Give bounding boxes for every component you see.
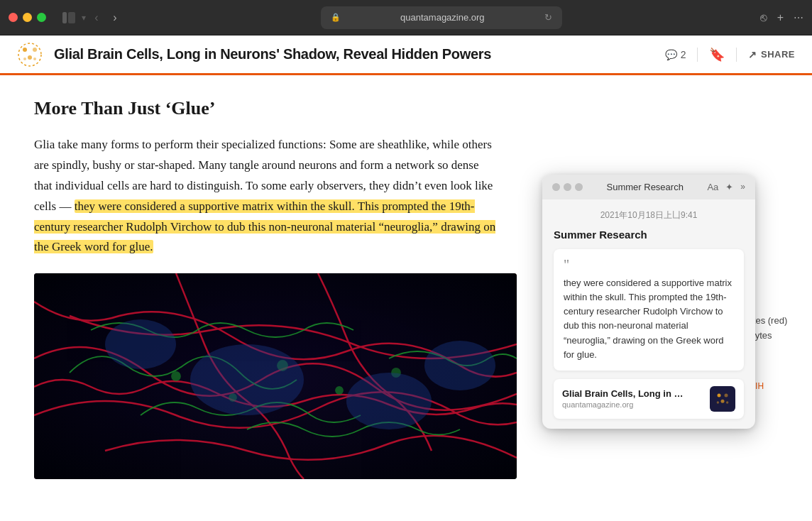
svg-point-17 bbox=[424, 341, 495, 390]
article-image bbox=[34, 273, 517, 479]
svg-point-5 bbox=[28, 55, 32, 60]
article-title: Glial Brain Cells, Long in Neurons' Shad… bbox=[54, 46, 665, 62]
close-button[interactable] bbox=[9, 13, 18, 22]
site-header: Glial Brain Cells, Long in Neurons' Shad… bbox=[0, 35, 812, 75]
svg-point-15 bbox=[346, 373, 432, 429]
svg-point-19 bbox=[725, 393, 728, 397]
address-bar-container: 🔒 quantamagazine.org ↻ bbox=[130, 6, 753, 29]
quote-text: they were considered a supportive matrix… bbox=[564, 276, 734, 362]
share-icon[interactable]: ⎋ bbox=[760, 11, 767, 24]
svg-point-2 bbox=[18, 43, 41, 66]
browser-actions: ⎋ + ⋯ bbox=[760, 11, 803, 24]
svg-point-9 bbox=[172, 372, 180, 380]
maximize-button[interactable] bbox=[37, 13, 46, 22]
font-size-button[interactable]: Aa bbox=[707, 182, 718, 192]
svg-rect-1 bbox=[68, 12, 75, 23]
svg-point-21 bbox=[717, 401, 719, 403]
browser-controls: ▾ ‹ › bbox=[59, 10, 123, 26]
divider bbox=[697, 48, 698, 62]
sidebar-toggle-icon[interactable] bbox=[59, 10, 79, 26]
notes-note-title: Summer Research bbox=[554, 229, 744, 241]
address-bar[interactable]: 🔒 quantamagazine.org ↻ bbox=[321, 6, 562, 29]
section-heading: More Than Just ‘Glue’ bbox=[34, 98, 498, 119]
new-tab-icon[interactable]: + bbox=[777, 11, 784, 24]
share-arrow-icon: ↗ bbox=[748, 49, 757, 60]
svg-point-6 bbox=[23, 57, 26, 60]
bookmark-button[interactable]: 🔖 bbox=[709, 47, 725, 62]
notes-toolbar: Aa ✦ » bbox=[707, 182, 745, 192]
notes-source-card[interactable]: Glial Brain Cells, Long in … quantamagaz… bbox=[554, 379, 744, 419]
minimize-button[interactable] bbox=[23, 13, 32, 22]
grid-icon[interactable]: ⋯ bbox=[794, 12, 803, 23]
svg-point-16 bbox=[105, 319, 176, 369]
source-title: Glial Brain Cells, Long in … bbox=[562, 388, 703, 399]
source-info: Glial Brain Cells, Long in … quantamagaz… bbox=[562, 388, 703, 409]
url-text: quantamagazine.org bbox=[345, 12, 540, 23]
notes-maximize-button[interactable] bbox=[575, 183, 583, 191]
browser-chrome: ▾ ‹ › 🔒 quantamagazine.org ↻ ⎋ + ⋯ bbox=[0, 0, 812, 35]
comment-button[interactable]: 💬 2 bbox=[665, 49, 686, 60]
refresh-icon[interactable]: ↻ bbox=[544, 12, 552, 23]
svg-point-20 bbox=[721, 400, 725, 403]
svg-point-22 bbox=[726, 401, 728, 403]
comment-count: 2 bbox=[681, 49, 686, 60]
notes-traffic-lights bbox=[552, 183, 583, 191]
source-logo bbox=[710, 386, 735, 412]
content-wrapper: More Than Just ‘Glue’ Glia take many for… bbox=[0, 75, 812, 521]
expand-icon[interactable]: » bbox=[740, 182, 745, 192]
site-logo[interactable] bbox=[17, 42, 43, 67]
svg-point-3 bbox=[23, 48, 27, 52]
svg-point-14 bbox=[190, 344, 304, 415]
notes-close-button[interactable] bbox=[552, 183, 560, 191]
source-url: quantamagazine.org bbox=[562, 400, 703, 409]
notes-quote-card: " they were considered a supportive matr… bbox=[554, 249, 744, 371]
svg-point-4 bbox=[33, 48, 37, 52]
article-content: More Than Just ‘Glue’ Glia take many for… bbox=[0, 75, 532, 521]
format-icon[interactable]: ✦ bbox=[725, 182, 733, 192]
back-button[interactable]: ‹ bbox=[89, 10, 104, 26]
svg-point-18 bbox=[718, 393, 721, 397]
share-button[interactable]: ↗ SHARE bbox=[748, 49, 795, 60]
notes-body: 2021年10月18日上凵9:41 Summer Research " they… bbox=[542, 199, 755, 429]
divider2 bbox=[736, 48, 737, 62]
article-paragraph: Glia take many forms to perform their sp… bbox=[34, 135, 498, 258]
notes-date: 2021年10月18日上凵9:41 bbox=[554, 209, 744, 221]
svg-point-7 bbox=[33, 57, 36, 60]
header-actions: 💬 2 🔖 ↗ SHARE bbox=[665, 47, 795, 62]
quote-mark-icon: " bbox=[564, 258, 734, 272]
notes-titlebar: Summer Research Aa ✦ » bbox=[542, 175, 755, 199]
highlighted-text[interactable]: they were considered a supportive matrix… bbox=[34, 199, 495, 254]
svg-point-12 bbox=[336, 387, 343, 394]
forward-button[interactable]: › bbox=[107, 10, 123, 26]
share-label: SHARE bbox=[761, 49, 795, 60]
traffic-lights bbox=[9, 13, 46, 22]
notes-window-title: Summer Research bbox=[588, 182, 701, 192]
lock-icon: 🔒 bbox=[331, 13, 341, 22]
svg-rect-0 bbox=[62, 12, 67, 23]
notes-minimize-button[interactable] bbox=[564, 183, 571, 191]
notes-popup: Summer Research Aa ✦ » 2021年10月18日上凵9:41… bbox=[542, 175, 755, 429]
comment-icon: 💬 bbox=[665, 49, 677, 60]
